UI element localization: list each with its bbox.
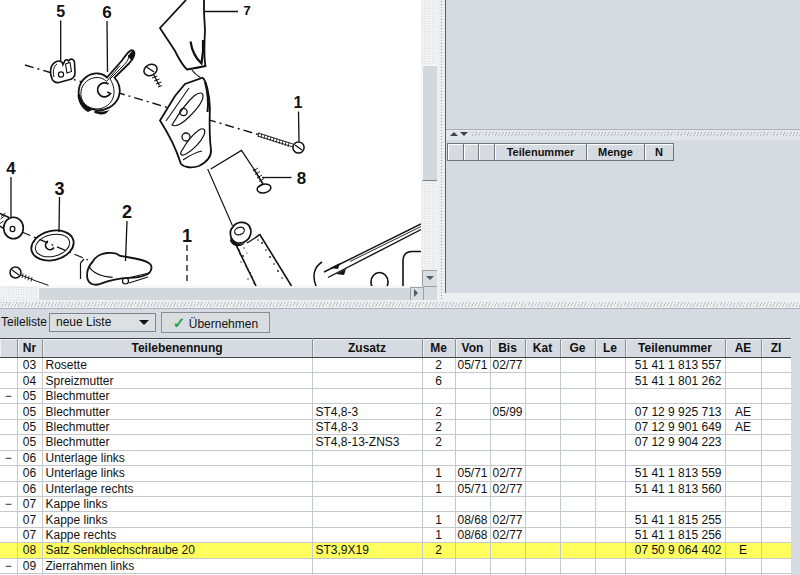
svg-text:5: 5	[56, 3, 65, 20]
svg-text:4: 4	[6, 159, 16, 178]
svg-text:1: 1	[294, 94, 303, 111]
svg-text:1: 1	[182, 226, 192, 246]
svg-text:6: 6	[102, 3, 111, 22]
svg-text:8: 8	[297, 169, 306, 188]
svg-text:2: 2	[122, 202, 132, 222]
svg-text:3: 3	[54, 179, 64, 199]
svg-text:7: 7	[243, 3, 250, 18]
